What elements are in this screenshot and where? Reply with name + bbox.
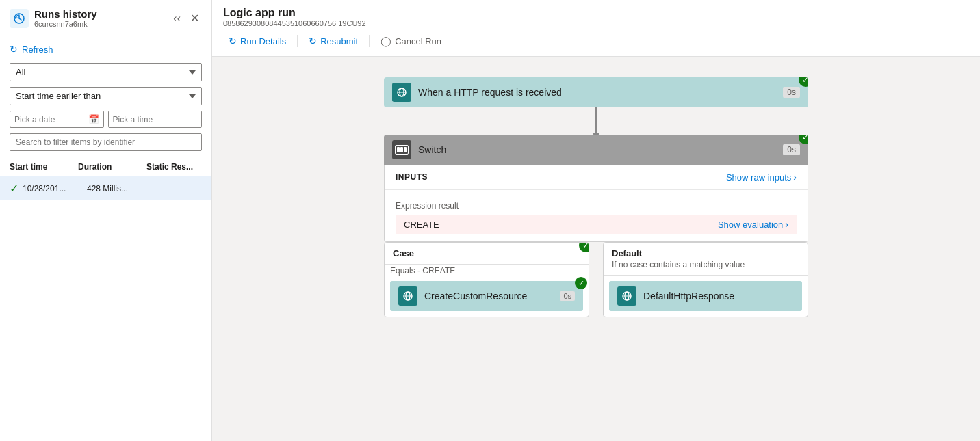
default-title: Default bbox=[612, 248, 799, 258]
time-input[interactable] bbox=[113, 115, 198, 124]
switch-node[interactable]: Switch 0s INPUTS Show raw inputs › bbox=[384, 135, 808, 242]
default-node[interactable]: DefaultHttpResponse bbox=[609, 281, 802, 311]
toolbar-separator-2 bbox=[369, 35, 370, 47]
right-panel: Logic app run 08586293080844535106066075… bbox=[212, 0, 980, 441]
search-input[interactable] bbox=[10, 133, 202, 151]
toolbar: ↻ Run Details ↻ Resubmit ◯ Cancel Run bbox=[223, 33, 969, 49]
run-details-icon: ↻ bbox=[229, 36, 237, 46]
right-subtitle: 085862930808445351060660756 19CU92 bbox=[223, 19, 969, 27]
left-panel: Runs history 6curcsnn7a6mk ‹‹ ✕ ↻ Refres… bbox=[0, 0, 212, 441]
panel-controls: ‹‹ ✕ bbox=[170, 12, 202, 25]
default-box: Default If no case contains a matching v… bbox=[603, 242, 808, 317]
table-row[interactable]: ✓ 10/28/201... 428 Millis... bbox=[0, 176, 211, 200]
case-title: Case bbox=[393, 248, 580, 258]
close-panel-button[interactable]: ✕ bbox=[188, 12, 202, 25]
switch-node-time: 0s bbox=[783, 144, 800, 155]
case-equals-row: Equals - CREATE bbox=[385, 266, 589, 278]
case-node-time: 0s bbox=[560, 291, 575, 301]
expression-section: Expression result CREATE Show evaluation… bbox=[385, 190, 808, 241]
default-subtitle: If no case contains a matching value bbox=[612, 260, 799, 269]
time-input-wrap bbox=[108, 111, 203, 128]
show-raw-inputs-label: Show raw inputs bbox=[726, 172, 791, 183]
http-node-time: 0s bbox=[783, 87, 800, 98]
panel-title-text: Runs history 6curcsnn7a6mk bbox=[34, 8, 97, 28]
show-raw-inputs-button[interactable]: Show raw inputs › bbox=[726, 172, 797, 183]
inputs-section-header: INPUTS Show raw inputs › bbox=[396, 172, 797, 183]
runs-history-icon bbox=[10, 9, 29, 28]
cancel-run-button[interactable]: ◯ Cancel Run bbox=[375, 33, 447, 49]
cancel-run-icon: ◯ bbox=[381, 36, 391, 46]
inputs-section: INPUTS Show raw inputs › bbox=[385, 165, 808, 190]
toolbar-separator-1 bbox=[297, 35, 298, 47]
http-node-row: When a HTTP request is received 0s ✓ bbox=[384, 77, 808, 107]
resubmit-label: Resubmit bbox=[320, 36, 358, 46]
expression-value-row: CREATE Show evaluation › bbox=[396, 215, 797, 234]
date-input[interactable] bbox=[14, 115, 86, 124]
arrow-down-1 bbox=[595, 107, 597, 135]
panel-title-group: Runs history 6curcsnn7a6mk bbox=[10, 8, 97, 28]
panel-body: ↻ Refresh All Succeeded Failed Running S… bbox=[0, 34, 211, 158]
run-details-button[interactable]: ↻ Run Details bbox=[223, 33, 292, 49]
panel-subtitle: 6curcsnn7a6mk bbox=[34, 20, 97, 28]
refresh-button[interactable]: ↻ Refresh bbox=[10, 41, 202, 57]
case-node-badge: ✓ bbox=[575, 277, 587, 289]
case-header: Case bbox=[385, 243, 589, 265]
canvas: When a HTTP request is received 0s ✓ bbox=[212, 57, 980, 441]
resubmit-button[interactable]: ↻ Resubmit bbox=[303, 33, 363, 49]
switch-node-header: Switch 0s bbox=[384, 135, 808, 165]
show-evaluation-button[interactable]: Show evaluation › bbox=[718, 219, 788, 230]
switch-node-icon bbox=[392, 140, 411, 159]
default-node-icon bbox=[617, 286, 636, 306]
date-input-wrap: 📅 bbox=[10, 111, 104, 128]
cancel-run-label: Cancel Run bbox=[395, 36, 441, 46]
th-duration: Duration bbox=[78, 162, 146, 172]
right-header: Logic app run 08586293080844535106066075… bbox=[212, 0, 980, 57]
show-evaluation-label: Show evaluation bbox=[718, 219, 783, 230]
case-node[interactable]: CreateCustomResource 0s ✓ bbox=[390, 281, 583, 311]
run-details-label: Run Details bbox=[240, 36, 286, 46]
http-node-header: When a HTTP request is received 0s bbox=[384, 77, 808, 107]
default-header: Default If no case contains a matching v… bbox=[604, 243, 808, 276]
inputs-label: INPUTS bbox=[396, 172, 428, 182]
row-start-time: 10/28/201... bbox=[23, 184, 87, 193]
refresh-label: Refresh bbox=[22, 44, 53, 55]
panel-title: Runs history bbox=[34, 8, 97, 20]
expression-result-label: Expression result bbox=[396, 201, 797, 211]
case-box: ✓ Case Equals - CREATE bbox=[384, 242, 589, 317]
row-duration: 428 Millis... bbox=[87, 184, 155, 193]
resubmit-icon: ↻ bbox=[309, 36, 317, 46]
date-filter-select[interactable]: Start time earlier than bbox=[10, 87, 202, 105]
switch-node-body: INPUTS Show raw inputs › Expression resu… bbox=[384, 165, 808, 242]
cases-row: ✓ Case Equals - CREATE bbox=[384, 242, 808, 317]
chevron-right-icon: › bbox=[793, 172, 797, 183]
th-start-time: Start time bbox=[10, 162, 78, 172]
case-node-icon bbox=[398, 286, 417, 306]
table-header: Start time Duration Static Res... bbox=[0, 158, 211, 176]
row-status-icon: ✓ bbox=[10, 182, 18, 195]
chevron-right-icon-2: › bbox=[785, 219, 788, 230]
http-node[interactable]: When a HTTP request is received 0s ✓ bbox=[384, 77, 808, 107]
right-title: Logic app run bbox=[223, 7, 969, 19]
collapse-panel-button[interactable]: ‹‹ bbox=[170, 12, 183, 25]
th-static-res: Static Res... bbox=[146, 162, 202, 172]
switch-node-row: Switch 0s INPUTS Show raw inputs › bbox=[384, 135, 808, 242]
date-row: 📅 bbox=[10, 111, 202, 128]
case-equals-label: Equals - CREATE bbox=[390, 266, 583, 276]
case-node-label: CreateCustomResource bbox=[424, 291, 553, 302]
refresh-icon: ↻ bbox=[10, 44, 18, 55]
flow-container: When a HTTP request is received 0s ✓ bbox=[240, 77, 953, 317]
panel-header: Runs history 6curcsnn7a6mk ‹‹ ✕ bbox=[0, 0, 211, 34]
http-node-icon bbox=[392, 83, 411, 102]
status-filter-select[interactable]: All Succeeded Failed Running bbox=[10, 63, 202, 81]
expression-value: CREATE bbox=[404, 219, 439, 230]
switch-node-label: Switch bbox=[418, 144, 776, 155]
http-node-label: When a HTTP request is received bbox=[418, 87, 776, 98]
calendar-icon: 📅 bbox=[88, 114, 99, 124]
default-node-label: DefaultHttpResponse bbox=[643, 291, 794, 302]
